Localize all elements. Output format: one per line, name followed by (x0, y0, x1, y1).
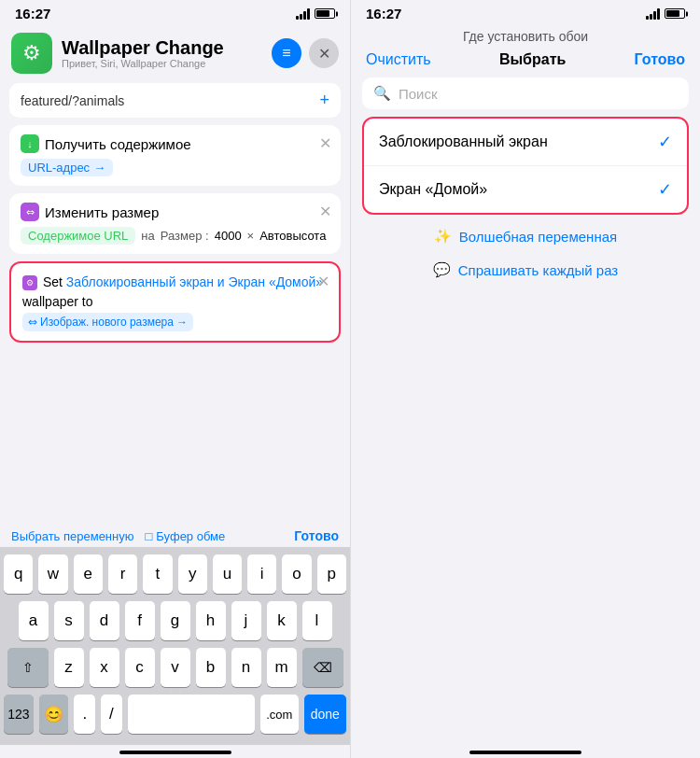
resize-title: Изменить размер (45, 204, 159, 220)
keyboard-row-1: q w e r t y u i o p (4, 554, 346, 594)
buffer-label: Буфер обме (156, 529, 225, 543)
right-home-bar (469, 751, 581, 754)
key-s[interactable]: s (54, 601, 84, 640)
key-t[interactable]: t (143, 554, 172, 594)
ask-icon: 💬 (433, 261, 451, 278)
emoji-key[interactable]: 😊 (39, 695, 69, 734)
shift-key[interactable]: ⇧ (7, 648, 49, 687)
right-signal-icon (646, 8, 660, 20)
select-label: Выбрать (499, 51, 566, 68)
get-content-title: Получить содержимое (45, 136, 191, 152)
close-x-icon[interactable]: ✕ (319, 134, 331, 152)
key-g[interactable]: g (161, 601, 190, 640)
search-icon: 🔍 (373, 85, 391, 102)
key-n[interactable]: n (231, 648, 261, 687)
numbers-key[interactable]: 123 (4, 695, 34, 734)
left-status-icons (296, 8, 335, 20)
ask-each-label: Спрашивать каждый раз (458, 262, 618, 278)
dot-key[interactable]: . (74, 695, 95, 734)
close-x-icon-3[interactable]: ✕ (317, 273, 329, 290)
ask-each-time-button[interactable]: 💬 Спрашивать каждый раз (351, 258, 700, 291)
right-time: 16:27 (366, 6, 401, 21)
key-a[interactable]: a (19, 601, 49, 640)
resize-block: ✕ ⇔ Изменить размер Содержимое URL на Ра… (9, 193, 341, 254)
close-button[interactable]: ✕ (309, 38, 339, 68)
magic-icon: ✨ (434, 228, 452, 245)
key-k[interactable]: k (267, 601, 297, 640)
key-l[interactable]: l (302, 601, 332, 640)
keyboard-row-4: 123 😊 . / .com done (4, 695, 346, 734)
option-lock-screen[interactable]: Заблокированный экран ✓ (364, 119, 687, 166)
get-content-block: ✕ ↓ Получить содержимое URL-адрес → (9, 125, 341, 186)
key-j[interactable]: j (231, 601, 261, 640)
key-e[interactable]: e (74, 554, 103, 594)
menu-button[interactable]: ≡ (272, 38, 301, 68)
shortcut-content: featured/?animals + ✕ ↓ Получить содержи… (0, 83, 350, 523)
done-key[interactable]: done (304, 695, 346, 734)
slash-key[interactable]: / (101, 695, 122, 734)
resize-icon: ⇔ (21, 203, 39, 221)
option-home-screen-check: ✓ (658, 179, 672, 200)
key-v[interactable]: v (161, 648, 190, 687)
right-status-bar: 16:27 (351, 0, 700, 25)
key-q[interactable]: q (4, 554, 33, 594)
right-home-indicator (351, 745, 700, 758)
url-plus[interactable]: + (319, 91, 329, 110)
modal-actions: Очистить Выбрать Готово (351, 51, 700, 77)
right-panel: 16:27 Где установить обои Очистить Выбра… (350, 0, 700, 758)
home-bar (119, 751, 231, 754)
key-z[interactable]: z (54, 648, 84, 687)
modal-done-button[interactable]: Готово (635, 51, 685, 68)
buffer-button[interactable]: □ Буфер обме (145, 529, 225, 543)
key-p[interactable]: p (317, 554, 346, 594)
key-y[interactable]: y (178, 554, 207, 594)
url-bar[interactable]: featured/?animals + (9, 83, 341, 118)
key-o[interactable]: o (282, 554, 311, 594)
left-time: 16:27 (15, 6, 50, 21)
set-wallpaper-block: ✕ ⚙ Set Заблокированный экран и Экран «Д… (9, 261, 341, 343)
key-b[interactable]: b (196, 648, 226, 687)
key-h[interactable]: h (196, 601, 226, 640)
url-address-tag[interactable]: URL-адрес → (21, 159, 113, 176)
keyboard[interactable]: q w e r t y u i o p a s d f g h j k l ⇧ … (0, 547, 350, 745)
key-m[interactable]: m (267, 648, 297, 687)
new-image-tag[interactable]: ⇔ Изображ. нового размера → (22, 313, 193, 331)
buffer-icon: □ (145, 529, 152, 543)
right-battery-icon (665, 8, 685, 19)
url-text: featured/?animals (21, 93, 312, 108)
app-title: Wallpaper Change (62, 37, 224, 58)
space-key[interactable] (128, 695, 255, 734)
app-header: ⚙ Wallpaper Change Привет, Siri, Wallpap… (0, 25, 350, 83)
option-home-screen-label: Экран «Домой» (379, 181, 487, 198)
left-status-bar: 16:27 (0, 0, 350, 25)
backspace-key[interactable]: ⌫ (302, 648, 343, 687)
key-d[interactable]: d (90, 601, 119, 640)
keyboard-row-2: a s d f g h j k l (4, 601, 346, 640)
search-bar[interactable]: 🔍 Поиск (362, 77, 689, 109)
magic-variable-button[interactable]: ✨ Волшебная переменная (351, 215, 700, 258)
img-tag-icon: ⇔ (28, 314, 37, 330)
key-c[interactable]: c (125, 648, 155, 687)
magic-variable-label: Волшебная переменная (459, 229, 617, 245)
url-content-tag[interactable]: Содержимое URL (21, 227, 135, 245)
option-lock-screen-check: ✓ (658, 132, 672, 152)
key-i[interactable]: i (247, 554, 276, 594)
clear-button[interactable]: Очистить (366, 51, 431, 68)
key-r[interactable]: r (108, 554, 137, 594)
key-x[interactable]: x (90, 648, 119, 687)
app-subtitle: Привет, Siri, Wallpaper Change (62, 58, 224, 69)
search-placeholder: Поиск (399, 86, 438, 102)
get-content-icon: ↓ (21, 134, 39, 153)
dotcom-key[interactable]: .com (260, 695, 299, 734)
battery-icon (315, 8, 335, 19)
option-home-screen[interactable]: Экран «Домой» ✓ (364, 166, 687, 213)
signal-icon (296, 8, 310, 20)
key-u[interactable]: u (213, 554, 242, 594)
app-icon: ⚙ (11, 33, 52, 74)
key-w[interactable]: w (38, 554, 67, 594)
done-button[interactable]: Готово (294, 528, 339, 543)
key-f[interactable]: f (125, 601, 155, 640)
close-x-icon-2[interactable]: ✕ (319, 203, 331, 220)
options-container: Заблокированный экран ✓ Экран «Домой» ✓ (362, 117, 689, 215)
variable-picker[interactable]: Выбрать переменную (11, 529, 133, 543)
